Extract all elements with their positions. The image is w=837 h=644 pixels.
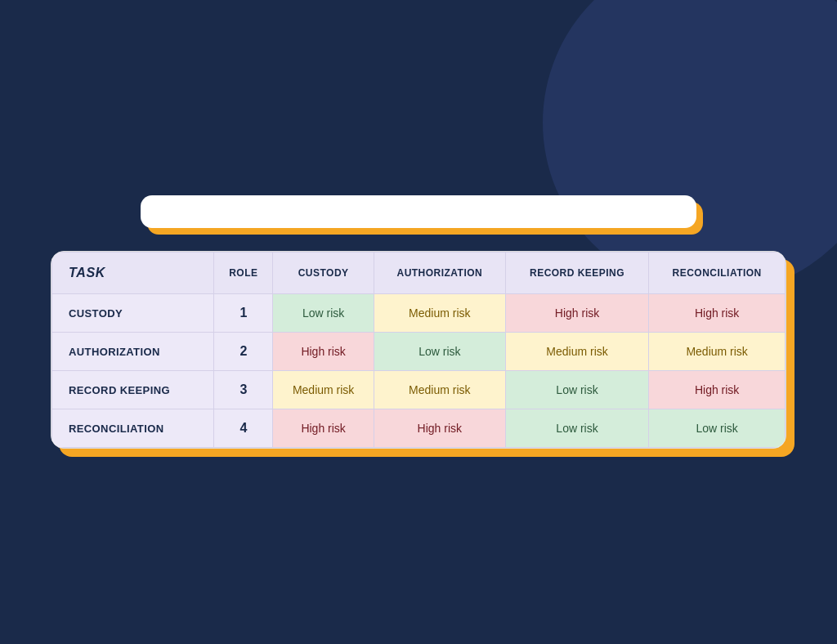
table-row: RECORD KEEPING3Medium riskMedium riskLow… bbox=[52, 371, 786, 409]
risk-cell-r1-c2: Medium risk bbox=[505, 333, 649, 371]
risk-cell-r2-c0: Medium risk bbox=[273, 371, 374, 409]
table-row: RECONCILIATION4High riskHigh riskLow ris… bbox=[52, 409, 786, 448]
risk-cell-r3-c2: Low risk bbox=[505, 409, 649, 448]
title-container bbox=[141, 195, 696, 228]
risk-cell-r1-c1: Low risk bbox=[374, 333, 505, 371]
header-role: ROLE bbox=[214, 253, 273, 294]
table-row: CUSTODY1Low riskMedium riskHigh riskHigh… bbox=[52, 294, 786, 333]
task-label-1: AUTHORIZATION bbox=[52, 333, 214, 371]
risk-cell-r2-c3: High risk bbox=[649, 371, 786, 409]
role-number-1: 2 bbox=[214, 333, 273, 371]
risk-cell-r3-c1: High risk bbox=[374, 409, 505, 448]
risk-cell-r3-c0: High risk bbox=[273, 409, 374, 448]
title-box bbox=[141, 195, 696, 228]
header-task: TASK bbox=[52, 253, 214, 294]
table-row: AUTHORIZATION2High riskLow riskMedium ri… bbox=[52, 333, 786, 371]
risk-cell-r1-c0: High risk bbox=[273, 333, 374, 371]
task-label-0: CUSTODY bbox=[52, 294, 214, 333]
role-number-3: 4 bbox=[214, 409, 273, 448]
risk-cell-r3-c3: Low risk bbox=[649, 409, 786, 448]
task-label-3: RECONCILIATION bbox=[52, 409, 214, 448]
risk-cell-r1-c3: Medium risk bbox=[649, 333, 786, 371]
header-authorization: AUTHORIZATION bbox=[374, 253, 505, 294]
risk-cell-r2-c2: Low risk bbox=[505, 371, 649, 409]
role-number-0: 1 bbox=[214, 294, 273, 333]
risk-cell-r0-c0: Low risk bbox=[273, 294, 374, 333]
risk-cell-r0-c2: High risk bbox=[505, 294, 649, 333]
role-number-2: 3 bbox=[214, 371, 273, 409]
header-custody: CUSTODY bbox=[273, 253, 374, 294]
duties-matrix-table: TASKROLECUSTODYAUTHORIZATIONRECORD KEEPI… bbox=[51, 252, 786, 448]
matrix-card: TASKROLECUSTODYAUTHORIZATIONRECORD KEEPI… bbox=[51, 251, 786, 449]
page-wrapper: TASKROLECUSTODYAUTHORIZATIONRECORD KEEPI… bbox=[51, 195, 786, 449]
matrix-card-wrapper: TASKROLECUSTODYAUTHORIZATIONRECORD KEEPI… bbox=[51, 251, 786, 449]
task-label-2: RECORD KEEPING bbox=[52, 371, 214, 409]
risk-cell-r0-c3: High risk bbox=[649, 294, 786, 333]
header-record-keeping: RECORD KEEPING bbox=[505, 253, 649, 294]
risk-cell-r2-c1: Medium risk bbox=[374, 371, 505, 409]
risk-cell-r0-c1: Medium risk bbox=[374, 294, 505, 333]
header-reconciliation: RECONCILIATION bbox=[649, 253, 786, 294]
table-header-row: TASKROLECUSTODYAUTHORIZATIONRECORD KEEPI… bbox=[52, 253, 786, 294]
